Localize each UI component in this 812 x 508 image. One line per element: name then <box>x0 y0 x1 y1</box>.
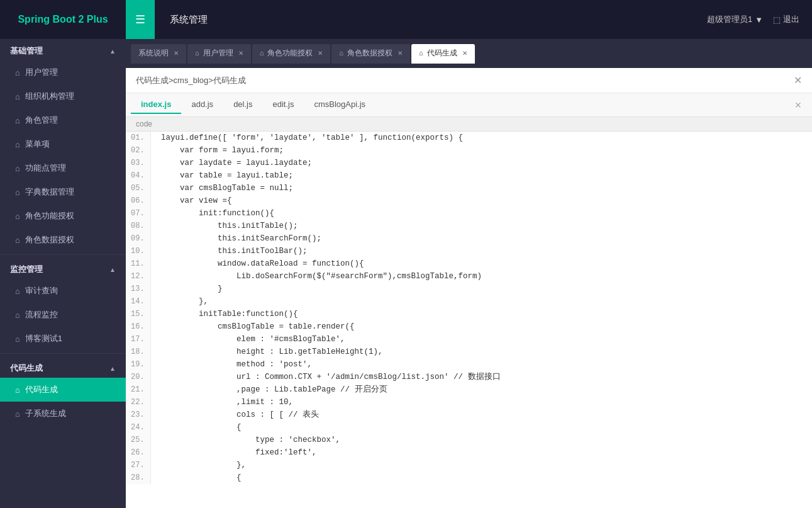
code-line: 23. cols : [ [ // 表头 <box>126 409 812 421</box>
line-code: layui.define([ 'form', 'laydate', 'table… <box>151 132 463 144</box>
sidebar-item-function[interactable]: ⌂ 功能点管理 <box>0 156 126 180</box>
line-code: method : 'post', <box>151 358 312 371</box>
line-number: 16. <box>126 320 151 333</box>
line-code: var view ={ <box>151 195 232 207</box>
code-line: 14. }, <box>126 295 812 308</box>
main-panel: 系统说明 ✕ ⌂ 用户管理 ✕ ⌂ 角色功能授权 ✕ ⌂ 角色数据授权 ✕ ⌂ … <box>126 39 812 508</box>
sidebar-item-flow[interactable]: ⌂ 流程监控 <box>0 303 126 327</box>
line-number: 07. <box>126 207 151 220</box>
line-number: 24. <box>126 421 151 434</box>
line-code: this.initTable(); <box>151 220 298 232</box>
sidebar-item-role-management[interactable]: ⌂ 角色管理 <box>0 108 126 132</box>
sidebar-item-menu[interactable]: ⌂ 菜单项 <box>0 132 126 156</box>
tab-system-intro-close[interactable]: ✕ <box>174 50 179 57</box>
line-number: 08. <box>126 220 151 232</box>
menu-toggle-button[interactable]: ☰ <box>126 0 155 39</box>
line-code: var laydate = layui.laydate; <box>151 157 312 169</box>
sidebar-group-monitor[interactable]: 监控管理 ▲ <box>0 257 126 279</box>
sidebar-item-flow-label: 流程监控 <box>25 309 58 320</box>
sidebar-group-codegen[interactable]: 代码生成 ▲ <box>0 356 126 378</box>
tab-codegen-label: 代码生成 <box>427 48 457 59</box>
line-number: 19. <box>126 358 151 371</box>
line-code: window.dataReload = function(){ <box>151 257 364 270</box>
line-number: 25. <box>126 434 151 446</box>
code-line: 19. method : 'post', <box>126 358 812 371</box>
code-line: 11. window.dataReload = function(){ <box>126 257 812 270</box>
line-code: ,page : Lib.tablePage // 开启分页 <box>151 383 387 396</box>
sidebar-item-subsystem-label: 子系统生成 <box>25 408 66 419</box>
sidebar-item-org-management[interactable]: ⌂ 组织机构管理 <box>0 84 126 108</box>
sidebar-item-role-func-label: 角色功能授权 <box>25 210 74 222</box>
code-line: 03. var laydate = layui.laydate; <box>126 157 812 169</box>
file-tab-index[interactable]: index.js <box>131 96 181 114</box>
file-tab-edit[interactable]: edit.js <box>262 96 304 114</box>
file-tabs: index.js add.js del.js edit.js cmsBlogAp… <box>126 93 812 117</box>
sidebar-item-role-data-auth[interactable]: ⌂ 角色数据授权 <box>0 228 126 252</box>
line-number: 05. <box>126 182 151 195</box>
user-dropdown[interactable]: 超级管理员1 ▼ <box>707 14 763 25</box>
home-icon-7: ⌂ <box>15 212 20 221</box>
sidebar-item-dict[interactable]: ⌂ 字典数据管理 <box>0 180 126 204</box>
sidebar-item-subsystem-gen[interactable]: ⌂ 子系统生成 <box>0 402 126 426</box>
file-tab-api-label: cmsBlogApi.js <box>314 99 365 109</box>
sidebar-group-codegen-arrow: ▲ <box>109 365 116 372</box>
file-tab-api[interactable]: cmsBlogApi.js <box>304 96 375 114</box>
file-tabs-close-button[interactable]: ✕ <box>789 100 807 110</box>
sidebar-item-blog-test[interactable]: ⌂ 博客测试1 <box>0 327 126 351</box>
tab-user-management[interactable]: ⌂ 用户管理 ✕ <box>187 44 251 64</box>
sidebar-item-user-management[interactable]: ⌂ 用户管理 <box>0 60 126 84</box>
sidebar-item-user-management-label: 用户管理 <box>25 67 58 78</box>
home-icon-11: ⌂ <box>15 334 20 344</box>
sidebar-item-codegen-label: 代码生成 <box>25 384 58 395</box>
line-number: 03. <box>126 157 151 169</box>
line-number: 10. <box>126 245 151 257</box>
code-line: 12. Lib.doSearchForm($("#searchForm"),cm… <box>126 270 812 283</box>
logout-button[interactable]: ⬚ 退出 <box>773 14 799 25</box>
line-code: fixed:'left', <box>151 446 317 459</box>
tab-role-data-auth[interactable]: ⌂ 角色数据授权 ✕ <box>331 44 410 64</box>
sidebar-item-dict-label: 字典数据管理 <box>25 186 74 198</box>
code-line: 05. var cmsBlogTable = null; <box>126 182 812 195</box>
breadcrumb: 代码生成>cms_blog>代码生成 <box>136 75 246 86</box>
tab-role-data-label: 角色数据授权 <box>347 48 392 59</box>
sidebar-divider-1 <box>0 254 126 255</box>
line-code: cols : [ [ // 表头 <box>151 409 319 421</box>
tab-codegen-close[interactable]: ✕ <box>462 50 467 57</box>
user-arrow-icon: ▼ <box>755 15 763 25</box>
line-number: 15. <box>126 308 151 320</box>
system-title: 系统管理 <box>155 14 223 26</box>
header-right: 超级管理员1 ▼ ⬚ 退出 <box>707 0 812 39</box>
tab-role-func-close[interactable]: ✕ <box>318 50 323 57</box>
tab-role-data-close[interactable]: ✕ <box>398 50 403 57</box>
line-number: 26. <box>126 446 151 459</box>
main-layout: 基础管理 ▲ ⌂ 用户管理 ⌂ 组织机构管理 ⌂ 角色管理 ⌂ 菜单项 ⌂ 功能… <box>0 39 812 508</box>
line-code: elem : '#cmsBlogTable', <box>151 333 345 346</box>
code-line: 27. }, <box>126 459 812 471</box>
file-tab-del[interactable]: del.js <box>223 96 262 114</box>
line-number: 04. <box>126 169 151 182</box>
line-code: Lib.doSearchForm($("#searchForm"),cmsBlo… <box>151 270 482 283</box>
code-header-label: code <box>126 117 812 132</box>
line-code: cmsBlogTable = table.render({ <box>151 320 355 333</box>
file-tab-index-label: index.js <box>141 99 171 109</box>
user-label: 超级管理员1 <box>707 14 752 25</box>
tab-system-intro[interactable]: 系统说明 ✕ <box>131 44 186 64</box>
breadcrumb-close-button[interactable]: ✕ <box>794 74 802 86</box>
line-number: 22. <box>126 396 151 409</box>
tab-codegen-icon: ⌂ <box>419 49 423 57</box>
file-tab-add[interactable]: add.js <box>181 96 223 114</box>
line-code: init:function(){ <box>151 207 274 220</box>
tab-codegen[interactable]: ⌂ 代码生成 ✕ <box>411 44 475 64</box>
line-code: var form = layui.form; <box>151 144 284 157</box>
code-line: 02. var form = layui.form; <box>126 144 812 157</box>
sidebar-item-codegen[interactable]: ⌂ 代码生成 <box>0 378 126 402</box>
sidebar-item-audit[interactable]: ⌂ 审计查询 <box>0 279 126 303</box>
sidebar-item-audit-label: 审计查询 <box>25 285 58 296</box>
code-container[interactable]: 01.layui.define([ 'form', 'laydate', 'ta… <box>126 132 812 508</box>
home-icon-4: ⌂ <box>15 140 20 149</box>
sidebar-group-basic[interactable]: 基础管理 ▲ <box>0 39 126 60</box>
tab-user-close[interactable]: ✕ <box>238 50 243 57</box>
tab-role-func-auth[interactable]: ⌂ 角色功能授权 ✕ <box>252 44 331 64</box>
sidebar-item-menu-label: 菜单项 <box>25 138 50 150</box>
sidebar-item-role-func-auth[interactable]: ⌂ 角色功能授权 <box>0 204 126 228</box>
